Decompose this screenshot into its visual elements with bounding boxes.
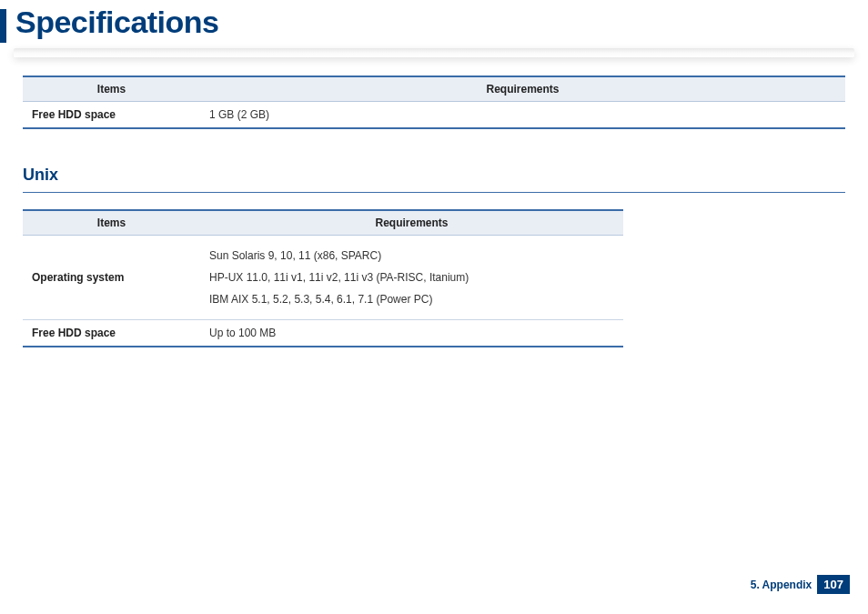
requirement-line: IBM AIX 5.1, 5.2, 5.3, 5.4, 6.1, 7.1 (Po… bbox=[209, 288, 614, 310]
page-header: Specifications bbox=[0, 0, 868, 57]
item-cell: Operating system bbox=[23, 236, 200, 320]
column-header-requirements: Requirements bbox=[200, 76, 845, 102]
item-cell: Free HDD space bbox=[23, 102, 200, 129]
table-header-row: Items Requirements bbox=[23, 76, 845, 102]
requirement-cell: Up to 100 MB bbox=[200, 320, 623, 347]
page-content: Items Requirements Free HDD space 1 GB (… bbox=[0, 57, 868, 347]
requirement-line: Sun Solaris 9, 10, 11 (x86, SPARC) bbox=[209, 245, 614, 267]
table-row: Free HDD space 1 GB (2 GB) bbox=[23, 102, 845, 129]
requirement-cell: 1 GB (2 GB) bbox=[200, 102, 845, 129]
table-row: Free HDD space Up to 100 MB bbox=[23, 320, 623, 347]
section-heading-unix: Unix bbox=[23, 166, 845, 185]
header-accent-bar bbox=[0, 9, 6, 43]
page-title: Specifications bbox=[15, 5, 219, 40]
requirement-cell: Sun Solaris 9, 10, 11 (x86, SPARC) HP-UX… bbox=[200, 236, 623, 320]
item-cell: Free HDD space bbox=[23, 320, 200, 347]
section-divider bbox=[23, 192, 845, 193]
column-header-items: Items bbox=[23, 76, 200, 102]
requirement-line: HP-UX 11.0, 11i v1, 11i v2, 11i v3 (PA-R… bbox=[209, 267, 614, 288]
page-footer: 5. Appendix 107 bbox=[751, 575, 850, 594]
column-header-items: Items bbox=[23, 210, 200, 236]
page-number: 107 bbox=[817, 575, 850, 594]
table-header-row: Items Requirements bbox=[23, 210, 623, 236]
column-header-requirements: Requirements bbox=[200, 210, 623, 236]
specifications-table-unix: Items Requirements Operating system Sun … bbox=[23, 209, 623, 347]
specifications-table-1: Items Requirements Free HDD space 1 GB (… bbox=[23, 75, 845, 129]
table-row: Operating system Sun Solaris 9, 10, 11 (… bbox=[23, 236, 623, 320]
header-divider bbox=[14, 48, 854, 57]
footer-section-label: 5. Appendix bbox=[751, 579, 812, 591]
